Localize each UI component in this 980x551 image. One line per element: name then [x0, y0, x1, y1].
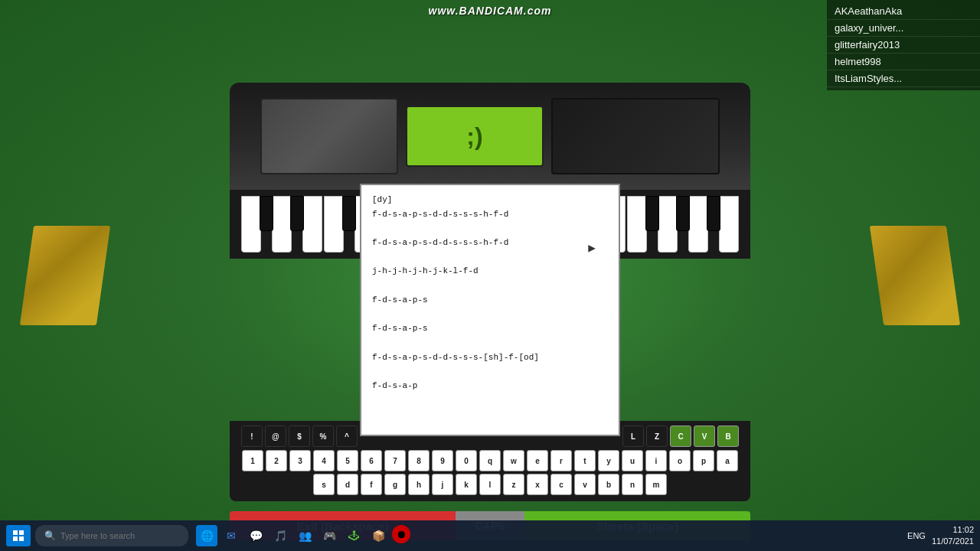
taskbar-icon-skype[interactable]: 💬: [245, 525, 266, 546]
white-key[interactable]: [719, 196, 739, 253]
key-5[interactable]: 5: [337, 450, 358, 471]
black-key[interactable]: [260, 196, 273, 231]
key-6[interactable]: 6: [361, 450, 382, 471]
key-f[interactable]: f: [361, 474, 382, 495]
key-e[interactable]: e: [527, 450, 548, 471]
player-item: helmet998: [827, 54, 980, 70]
taskbar-clock: 11:02 11/07/2021: [932, 524, 974, 548]
piano-stand-right: [870, 226, 960, 325]
taskbar-icon-roblox[interactable]: 🎮: [318, 525, 340, 546]
key-caret[interactable]: ^: [336, 425, 358, 447]
taskbar-icon-game[interactable]: 🕹: [343, 525, 364, 546]
black-key[interactable]: [645, 196, 659, 231]
key-d[interactable]: d: [337, 474, 358, 495]
taskbar-icon-spotify[interactable]: 🎵: [270, 525, 291, 546]
taskbar-right-section: ENG 11:02 11/07/2021: [907, 524, 974, 548]
taskbar-search-box[interactable]: 🔍: [35, 525, 188, 546]
key-m[interactable]: m: [645, 474, 667, 495]
player-list: AKAeathanAka galaxy_univer... glitterfai…: [827, 0, 980, 90]
key-2[interactable]: 2: [266, 450, 287, 471]
search-icon: 🔍: [44, 530, 56, 541]
key-0[interactable]: 0: [456, 450, 477, 471]
player-item: ItsLiamStyles...: [827, 70, 980, 87]
key-L[interactable]: L: [622, 425, 644, 447]
svg-rect-0: [13, 530, 18, 535]
key-exclaim[interactable]: !: [241, 425, 263, 447]
white-key[interactable]: [688, 196, 708, 253]
sheet-line: [dy]: [372, 193, 608, 207]
main-keyboard-row: 1 2 3 4 5 6 7 8 9 0 q w e r t y u i o p …: [237, 450, 743, 495]
taskbar-app-icons: 🌐 ✉ 💬 🎵 👥 🎮 🕹 📦 ⏺: [196, 525, 410, 546]
key-C[interactable]: C: [670, 425, 691, 447]
key-dollar[interactable]: $: [289, 425, 310, 447]
key-y[interactable]: y: [598, 450, 619, 471]
key-l[interactable]: l: [479, 474, 501, 495]
key-c[interactable]: c: [550, 474, 572, 495]
taskbar: 🔍 🌐 ✉ 💬 🎵 👥 🎮 🕹 📦 ⏺ ENG 11:02 11/07/2021: [0, 520, 980, 551]
piano-screen-right: [551, 98, 720, 174]
key-percent[interactable]: %: [312, 425, 334, 447]
sheet-music-area: ▶ [dy] f-d-s-a-p-s-d-d-s-s-s-h-f-d f-d-s…: [360, 184, 620, 436]
key-p[interactable]: p: [693, 450, 714, 471]
taskbar-icon-edge[interactable]: 🌐: [196, 525, 217, 546]
piano-screen-left: [260, 98, 398, 174]
key-Z[interactable]: Z: [646, 425, 668, 447]
key-at[interactable]: @: [265, 425, 286, 447]
key-V[interactable]: V: [694, 425, 715, 447]
taskbar-icon-mail[interactable]: ✉: [220, 525, 242, 546]
key-o[interactable]: o: [669, 450, 691, 471]
right-special-keys: L Z C V B: [622, 425, 739, 447]
key-w[interactable]: w: [503, 450, 524, 471]
cursor-arrow: ▶: [588, 239, 596, 259]
taskbar-lang: ENG: [907, 531, 926, 540]
black-key[interactable]: [290, 196, 304, 231]
svg-rect-1: [19, 530, 24, 535]
key-k[interactable]: k: [456, 474, 477, 495]
key-8[interactable]: 8: [408, 450, 430, 471]
key-B[interactable]: B: [717, 425, 739, 447]
taskbar-icon-app2[interactable]: 📦: [368, 525, 389, 546]
key-a[interactable]: a: [717, 450, 738, 471]
key-9[interactable]: 9: [432, 450, 453, 471]
white-key[interactable]: [302, 196, 322, 253]
sheet-line: f-d-s-a-p-s-d-d-s-s-s-h-f-d: [372, 207, 608, 222]
white-key[interactable]: [627, 196, 647, 253]
key-u[interactable]: u: [622, 450, 643, 471]
key-t[interactable]: t: [574, 450, 596, 471]
bandicam-watermark: www.BANDICAM.com: [429, 5, 552, 17]
svg-rect-3: [19, 536, 24, 541]
key-s[interactable]: s: [313, 474, 335, 495]
white-key[interactable]: [324, 196, 344, 253]
key-3[interactable]: 3: [289, 450, 311, 471]
key-z[interactable]: z: [503, 474, 524, 495]
key-v[interactable]: v: [574, 474, 596, 495]
key-b[interactable]: b: [598, 474, 619, 495]
key-h[interactable]: h: [408, 474, 430, 495]
key-7[interactable]: 7: [384, 450, 406, 471]
black-key[interactable]: [676, 196, 690, 231]
taskbar-icon-teams[interactable]: 👥: [294, 525, 315, 546]
black-key[interactable]: [707, 196, 720, 231]
start-button[interactable]: [6, 525, 31, 546]
key-i[interactable]: i: [645, 450, 667, 471]
taskbar-icon-red[interactable]: ⏺: [392, 525, 410, 543]
key-g[interactable]: g: [384, 474, 406, 495]
key-j[interactable]: j: [432, 474, 453, 495]
player-item: galaxy_univer...: [827, 20, 980, 37]
white-key[interactable]: [241, 196, 261, 253]
piano-stand-left: [20, 226, 110, 325]
player-item: AKAeathanAka: [827, 3, 980, 20]
key-q[interactable]: q: [479, 450, 501, 471]
time-display: 11:02: [932, 524, 974, 536]
key-1[interactable]: 1: [242, 450, 263, 471]
left-special-keys: ! @ $ % ^: [241, 425, 358, 447]
key-n[interactable]: n: [622, 474, 643, 495]
key-r[interactable]: r: [550, 450, 572, 471]
sheet-line: f-d-s-a-p-s-d-d-s-s-s-[sh]-f-[od]: [372, 350, 608, 365]
white-key[interactable]: [658, 196, 678, 253]
white-key[interactable]: [272, 196, 292, 253]
black-key[interactable]: [342, 196, 356, 231]
key-4[interactable]: 4: [313, 450, 335, 471]
key-x[interactable]: x: [527, 474, 548, 495]
search-input[interactable]: [60, 531, 179, 540]
